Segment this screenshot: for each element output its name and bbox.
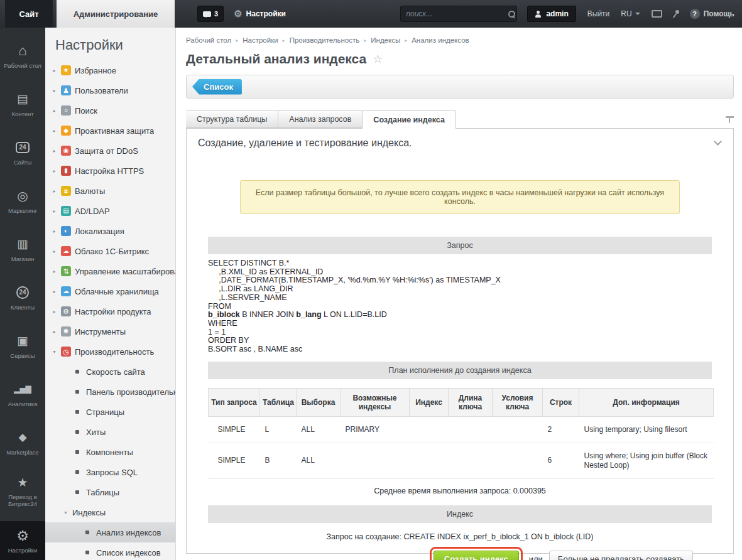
submenu-item[interactable]: ▾ Производительность — [45, 342, 175, 362]
submenu-item[interactable]: ▸ AD/LDAP — [45, 201, 175, 221]
breadcrumb-item[interactable]: Настройки — [243, 36, 289, 44]
submenu-item[interactable]: Панель производительности — [45, 382, 175, 402]
logout-link[interactable]: Выйти — [587, 9, 610, 18]
submenu-item[interactable]: ▸ Настройки продукта — [45, 301, 175, 321]
pin-tabs-icon[interactable] — [726, 116, 734, 123]
tab[interactable]: Анализ запросов — [278, 110, 363, 128]
pin-panel-icon[interactable] — [672, 10, 680, 18]
submenu-item[interactable]: Скорость сайта — [45, 362, 175, 382]
actions-row: Создать индекс или Больше не предлагать … — [187, 547, 693, 560]
submenu-item[interactable]: Анализ индексов — [45, 522, 175, 542]
favorite-star-icon[interactable] — [373, 52, 383, 66]
expand-arrow-icon: ▸ — [52, 289, 57, 294]
marketplace-icon — [18, 429, 26, 446]
sidebar-item[interactable]: Сайты — [0, 128, 45, 176]
sidebar-item[interactable]: Marketplace — [0, 418, 45, 466]
sidebar-item[interactable]: Рабочий стол — [0, 31, 45, 80]
submenu-item[interactable]: ▸ Локализация — [45, 221, 175, 241]
submenu-item[interactable]: ▸ Настройка HTTPS — [45, 161, 175, 181]
topbar-settings-button[interactable]: Настройки — [234, 0, 286, 28]
bullet-icon — [75, 370, 79, 374]
plan-section-header: План исполнения до создания индекса — [208, 362, 712, 379]
cell: ALL — [297, 443, 341, 478]
col-header: Доп. информация — [579, 388, 714, 416]
sidebar-item[interactable]: Контент — [0, 80, 45, 128]
help-button[interactable]: ? Помощь — [690, 9, 734, 19]
language-label: RU — [621, 9, 631, 18]
cell — [410, 443, 449, 478]
productset-icon — [61, 306, 71, 316]
sidebar-item[interactable]: Клиенты — [0, 273, 45, 321]
submenu-item[interactable]: ▾ Индексы — [45, 502, 175, 522]
breadcrumb-item[interactable]: Индексы — [371, 36, 412, 44]
top-bar: Сайт Администрирование 3 Настройки admin… — [0, 0, 742, 28]
cell — [449, 443, 493, 478]
submenu-item[interactable]: ▸ Инструменты — [45, 321, 175, 342]
tab-bar: Структура таблицыАнализ запросовСоздание… — [186, 110, 456, 128]
submenu-item[interactable]: ▸ Поиск — [45, 100, 175, 121]
bullet-icon — [75, 390, 79, 394]
submenu-item[interactable]: ▸ Проактивная защита — [45, 121, 175, 141]
submenu-item[interactable]: ▸ Пользователи — [45, 80, 175, 100]
expand-arrow-icon: ▸ — [52, 128, 57, 134]
language-selector[interactable]: RU — [621, 9, 640, 18]
star-icon — [61, 65, 71, 75]
cell: 2 — [543, 416, 579, 443]
submenu-item[interactable]: ▸ Облако 1С-Битрикс — [45, 241, 175, 261]
create-query-text: CREATE INDEX ix_perf_b_iblock_1 ON b_ibl… — [403, 532, 593, 541]
submenu-item[interactable]: Компоненты — [45, 442, 175, 462]
bullet-icon — [75, 490, 79, 494]
sidebar-item[interactable]: Маркетинг — [0, 176, 45, 225]
query-section-header: Запрос — [208, 237, 712, 254]
breadcrumb: Рабочий столНастройкиПроизводительностьИ… — [186, 36, 734, 44]
notice-box: Если размер таблицы большой, то лучше вс… — [240, 180, 680, 214]
collapse-chevron-icon[interactable] — [714, 137, 722, 146]
bullet-icon — [85, 530, 89, 534]
tab[interactable]: Создание индекса — [363, 110, 456, 129]
page-title: Детальный анализ индекса — [186, 51, 366, 67]
sidebar-item-settings[interactable]: Настройки — [0, 521, 45, 560]
sidebar-item[interactable]: Сервисы — [0, 321, 45, 370]
submenu-item[interactable]: Таблицы — [45, 482, 175, 502]
submenu-item[interactable]: ▸ Валюты — [45, 181, 175, 201]
breadcrumb-item[interactable]: Анализ индексов — [412, 36, 469, 44]
breadcrumb-item[interactable]: Производительность — [290, 36, 371, 44]
expand-arrow-icon: ▸ — [52, 269, 57, 274]
search-icon[interactable] — [508, 11, 515, 18]
notifications-button[interactable]: 3 — [197, 6, 224, 22]
main-area: Рабочий столНастройкиПроизводительностьИ… — [176, 28, 742, 560]
expand-arrow-icon: ▸ — [52, 108, 57, 114]
cell — [493, 443, 543, 478]
submenu-item[interactable]: ▸ Облачные хранилища — [45, 281, 175, 301]
sidebar-item[interactable]: Магазин — [0, 225, 45, 273]
sidebar-item[interactable]: Аналитика — [0, 370, 45, 418]
submenu-item[interactable]: Страницы — [45, 402, 175, 422]
tab[interactable]: Структура таблицы — [186, 110, 278, 128]
create-index-button[interactable]: Создать индекс — [434, 551, 519, 560]
expand-arrow-icon: ▾ — [52, 349, 57, 355]
cell: ALL — [297, 416, 341, 443]
submenu-item[interactable]: ▸ Управление масштабирован — [45, 261, 175, 281]
submenu-item[interactable]: Запросы SQL — [45, 462, 175, 482]
list-button[interactable]: Список — [192, 79, 242, 95]
user-button[interactable]: admin — [527, 6, 576, 22]
submenu-item[interactable]: ▸ Избранное — [45, 60, 175, 80]
avg-time: Среднее время выполнения запроса: 0.0003… — [187, 487, 733, 495]
notification-count: 3 — [214, 10, 218, 18]
sidebar-item[interactable]: Переход в Битрикс24 — [0, 466, 45, 515]
dismiss-button[interactable]: Больше не предлагать создавать — [549, 551, 693, 560]
cell: SIMPLE — [209, 443, 260, 478]
bitrix24-icon — [17, 474, 28, 490]
submenu-item[interactable]: Список индексов — [45, 542, 175, 560]
expand-arrow-icon: ▸ — [52, 188, 57, 194]
submenu-item[interactable]: Хиты — [45, 422, 175, 442]
submenu-item[interactable]: ▸ Защита от DDoS — [45, 141, 175, 161]
search-input[interactable] — [406, 9, 505, 18]
breadcrumb-item[interactable]: Рабочий стол — [186, 36, 243, 44]
tabs-row: Структура таблицыАнализ запросовСоздание… — [186, 110, 734, 128]
col-header: Индекс — [410, 388, 449, 416]
hotkeys-icon[interactable] — [652, 10, 662, 18]
bullet-icon — [75, 430, 79, 434]
admin-tab[interactable]: Администрирование — [57, 0, 175, 28]
site-tab[interactable]: Сайт — [5, 0, 53, 28]
